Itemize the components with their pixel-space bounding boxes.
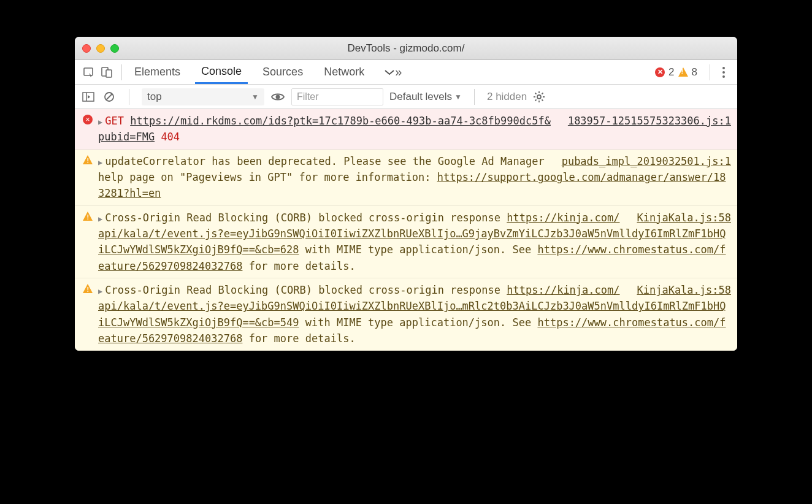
disclosure-triangle-icon[interactable]: ▶ <box>98 287 102 296</box>
levels-label: Default levels <box>389 91 452 103</box>
source-link[interactable]: pubads_impl_2019032501.js:1 <box>562 153 731 169</box>
svg-line-13 <box>542 99 543 101</box>
log-levels-selector[interactable]: Default levels ▼ <box>389 91 462 103</box>
http-status: 404 <box>161 131 180 143</box>
warning-icon <box>678 67 688 77</box>
tab-console[interactable]: Console <box>195 60 248 84</box>
warning-icon <box>83 155 93 164</box>
error-icon: ✕ <box>83 115 93 124</box>
svg-line-14 <box>535 99 537 101</box>
message-text: for more details. <box>242 332 355 345</box>
traffic-lights <box>82 44 119 53</box>
console-message-warning: KinjaKala.js:58 ▶Cross-Origin Read Block… <box>75 206 737 278</box>
disclosure-triangle-icon[interactable]: ▶ <box>98 215 102 223</box>
devtools-tabs: Elements Console Sources Network » <box>128 60 407 84</box>
disclosure-triangle-icon[interactable]: ▶ <box>98 118 102 126</box>
console-messages: ✕ 183957-12515575323306.js:1 ▶GET https:… <box>75 109 737 351</box>
chevron-down-icon: ▼ <box>251 93 259 101</box>
svg-rect-2 <box>106 70 112 77</box>
error-warning-counts[interactable]: ✕ 2 8 <box>655 66 697 78</box>
titlebar[interactable]: DevTools - gizmodo.com/ <box>75 37 737 60</box>
filterbar-divider <box>474 89 475 105</box>
filterbar-divider <box>129 89 129 105</box>
minimize-window-button[interactable] <box>96 44 105 53</box>
console-settings-icon[interactable] <box>533 91 545 103</box>
source-link[interactable]: KinjaKala.js:58 <box>637 282 731 298</box>
hidden-messages-count[interactable]: 2 hidden <box>487 91 527 103</box>
console-message-error: ✕ 183957-12515575323306.js:1 ▶GET https:… <box>75 109 737 150</box>
zoom-window-button[interactable] <box>110 44 119 53</box>
devtools-window: DevTools - gizmodo.com/ Elements Console… <box>75 37 737 351</box>
console-message-warning: pubads_impl_2019032501.js:1 ▶updateCorre… <box>75 150 737 206</box>
console-filterbar: top ▼ Default levels ▼ 2 hidden <box>75 85 737 109</box>
filter-input[interactable] <box>291 88 383 105</box>
message-text: for more details. <box>242 260 355 272</box>
message-text: Cross-Origin Read Blocking (CORB) blocke… <box>105 284 507 296</box>
tab-elements[interactable]: Elements <box>128 60 186 84</box>
close-window-button[interactable] <box>82 44 91 53</box>
warning-count: 8 <box>692 66 697 78</box>
inspect-element-icon[interactable] <box>81 66 98 78</box>
console-message-warning: KinjaKala.js:58 ▶Cross-Origin Read Block… <box>75 278 737 351</box>
svg-rect-0 <box>84 68 93 75</box>
http-method: GET <box>105 115 124 127</box>
sidebar-toggle-icon[interactable] <box>81 92 96 102</box>
message-text: with MIME type application/json. See <box>299 316 538 329</box>
message-text: Cross-Origin Read Blocking (CORB) blocke… <box>105 212 507 224</box>
device-toggle-icon[interactable] <box>98 66 115 78</box>
svg-point-6 <box>276 94 280 99</box>
toolbar-divider <box>710 64 710 80</box>
context-label: top <box>147 91 162 103</box>
svg-line-15 <box>542 93 543 94</box>
tab-sources[interactable]: Sources <box>256 60 309 84</box>
error-count: 2 <box>668 66 674 78</box>
source-link[interactable]: 183957-12515575323306.js:1 <box>568 113 731 129</box>
svg-line-5 <box>106 94 112 100</box>
svg-point-7 <box>537 95 541 99</box>
warning-icon <box>83 212 93 221</box>
message-text: with MIME type application/json. See <box>299 243 538 256</box>
tab-network[interactable]: Network <box>318 60 370 84</box>
devtools-toolbar: Elements Console Sources Network » ✕ 2 8 <box>75 60 737 85</box>
more-tabs-button[interactable]: » <box>379 60 407 84</box>
warning-icon <box>83 284 93 293</box>
chevron-down-icon: ▼ <box>454 93 462 101</box>
clear-console-icon[interactable] <box>102 91 117 103</box>
svg-line-12 <box>535 93 537 94</box>
live-expression-icon[interactable] <box>270 92 285 102</box>
toolbar-divider <box>121 64 122 80</box>
window-title: DevTools - gizmodo.com/ <box>75 42 737 55</box>
disclosure-triangle-icon[interactable]: ▶ <box>98 158 102 167</box>
execution-context-selector[interactable]: top ▼ <box>142 88 264 105</box>
error-icon: ✕ <box>655 67 665 77</box>
more-options-button[interactable] <box>716 67 731 78</box>
source-link[interactable]: KinjaKala.js:58 <box>637 210 731 226</box>
